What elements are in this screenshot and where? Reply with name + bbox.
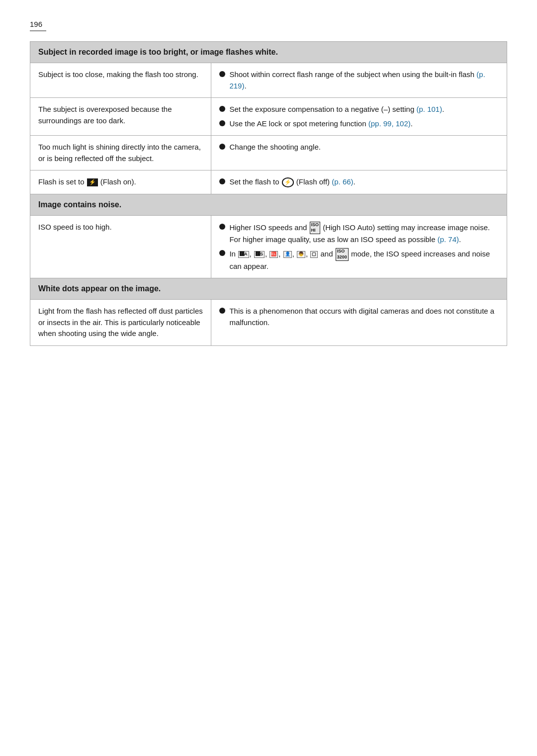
page-link[interactable]: (pp. 99, 102)	[368, 119, 411, 128]
section-bright-title: Subject in recorded image is too bright,…	[38, 48, 278, 56]
remedy-text: Change the shooting angle.	[229, 142, 499, 153]
bullet-icon	[219, 178, 225, 184]
flash-on-icon: ⚡	[87, 178, 98, 186]
scene-fs-icon: 🅿S	[254, 251, 265, 258]
cause-text: Too much light is shining directly into …	[38, 143, 201, 163]
section-header-noise: Image contains noise.	[30, 194, 507, 215]
remedy-text: In 🅿A, 🅿S, 🆑, 👤, 👦, ▢ and ISO3200 mode, …	[229, 248, 499, 272]
page-link[interactable]: (p. 74)	[438, 235, 459, 244]
page-number: 196	[30, 20, 46, 31]
bullet-icon	[219, 120, 225, 126]
table-row: Subject is too close, making the flash t…	[30, 63, 507, 98]
section-header-whitedots: White dots appear on the image.	[30, 278, 507, 300]
section-whitedots-title: White dots appear on the image.	[38, 284, 161, 293]
remedy-text: This is a phenomenon that occurs with di…	[229, 306, 499, 328]
remedy-text: Set the flash to ⚡ (Flash off) (p. 66).	[229, 176, 499, 188]
bullet-icon	[219, 224, 225, 230]
cause-text: ISO speed is too high.	[38, 223, 112, 231]
remedy-text: Set the exposure compensation to a negat…	[229, 104, 499, 115]
flash-off-icon: ⚡	[282, 177, 294, 187]
table-row: Flash is set to ⚡ (Flash on). Set the fl…	[30, 170, 507, 194]
page-link[interactable]: (p. 101)	[416, 105, 442, 113]
scene-c-icon: ▢	[310, 251, 318, 258]
list-item: Set the flash to ⚡ (Flash off) (p. 66).	[219, 176, 499, 188]
section-header-bright: Subject in recorded image is too bright,…	[30, 42, 507, 63]
remedy-text: Higher ISO speeds and ISOHI (High ISO Au…	[229, 222, 499, 246]
iso3200-icon: ISO3200	[336, 248, 349, 260]
and-text: and	[321, 250, 333, 258]
bullet-icon	[219, 106, 225, 112]
page-link[interactable]: (p. 219)	[229, 70, 485, 90]
table-row: The subject is overexposed because the s…	[30, 98, 507, 136]
bullet-icon	[219, 144, 225, 150]
list-item: Use the AE lock or spot metering functio…	[219, 118, 499, 130]
list-item: Set the exposure compensation to a negat…	[219, 104, 499, 115]
bullet-icon	[219, 71, 225, 77]
scene-a-icon: 🆑	[269, 251, 278, 258]
bullet-icon	[219, 308, 225, 314]
troubleshoot-table: Subject in recorded image is too bright,…	[30, 41, 507, 346]
remedy-text: Shoot within correct flash range of the …	[229, 69, 499, 91]
table-row: Light from the flash has reflected off d…	[30, 300, 507, 346]
list-item: This is a phenomenon that occurs with di…	[219, 306, 499, 328]
cause-text: Flash is set to ⚡ (Flash on).	[38, 177, 136, 186]
list-item: Change the shooting angle.	[219, 142, 499, 153]
scene-fa-icon: 🅿A	[238, 251, 249, 258]
cause-text: The subject is overexposed because the s…	[38, 105, 172, 125]
scene-portrait-icon: 👤	[283, 251, 292, 258]
cause-text: Light from the flash has reflected off d…	[38, 307, 203, 337]
remedy-text: Use the AE lock or spot metering functio…	[229, 118, 499, 130]
bullet-icon	[219, 250, 225, 256]
page-link[interactable]: (p. 66)	[332, 177, 353, 186]
section-noise-title: Image contains noise.	[38, 200, 121, 209]
high-iso-auto-icon: ISOHI	[310, 222, 321, 234]
list-item: Higher ISO speeds and ISOHI (High ISO Au…	[219, 222, 499, 246]
scene-kids-icon: 👦	[297, 251, 305, 258]
list-item: In 🅿A, 🅿S, 🆑, 👤, 👦, ▢ and ISO3200 mode, …	[219, 248, 499, 272]
table-row: Too much light is shining directly into …	[30, 136, 507, 170]
list-item: Shoot within correct flash range of the …	[219, 69, 499, 91]
table-row: ISO speed is too high. Higher ISO speeds…	[30, 215, 507, 278]
cause-text: Subject is too close, making the flash t…	[38, 70, 198, 79]
